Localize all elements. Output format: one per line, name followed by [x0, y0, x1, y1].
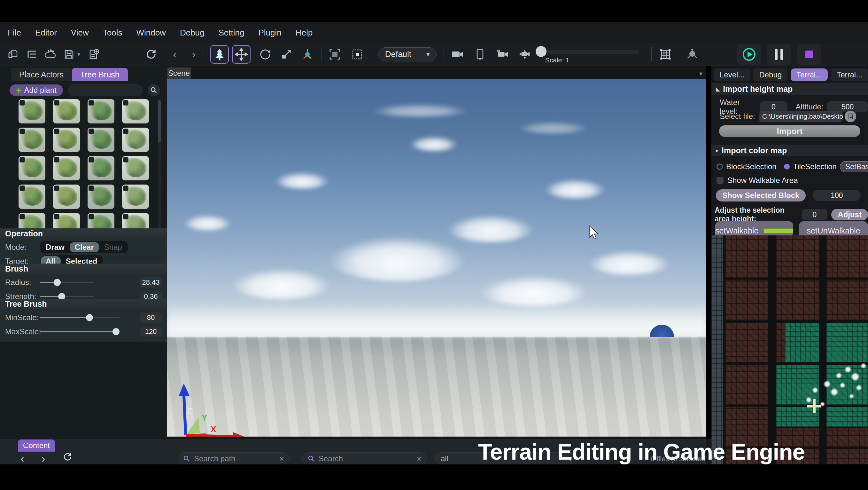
plant-thumbnail[interactable] [122, 156, 149, 180]
tab-debug[interactable]: Debug [753, 68, 787, 81]
menu-file[interactable]: File [8, 28, 21, 38]
gizmo-tool-icon[interactable] [301, 48, 314, 61]
save-caret-icon[interactable]: ▾ [78, 51, 80, 58]
phone-icon[interactable] [474, 48, 487, 61]
plant-checkbox[interactable] [123, 128, 128, 134]
plant-thumbnail[interactable] [88, 184, 115, 209]
minimap-block-green[interactable] [827, 323, 868, 363]
play-button[interactable] [737, 44, 761, 65]
plant-checkbox[interactable] [123, 185, 128, 191]
camera-icon[interactable] [451, 48, 464, 61]
scene-canvas[interactable]: Z X Y [167, 79, 706, 437]
plant-checkbox[interactable] [89, 185, 94, 191]
scale-slider-track[interactable] [543, 50, 639, 54]
plant-thumbnail[interactable] [53, 156, 80, 180]
plant-checkbox[interactable] [89, 128, 94, 134]
viewport-options-icon[interactable]: ▾ [699, 70, 703, 78]
minimap-block-brown[interactable] [725, 323, 768, 363]
nav-back-icon[interactable]: ‹ [21, 452, 24, 465]
search-input[interactable]: Search × [302, 452, 427, 465]
minimap-block-brown[interactable] [725, 365, 768, 405]
minimap-block-brown[interactable] [827, 235, 868, 278]
minimap-block-brown[interactable] [725, 281, 768, 320]
plant-checkbox[interactable] [89, 214, 94, 220]
plant-thumbnail[interactable] [88, 156, 115, 180]
scene-viewport[interactable]: Scene ▾ Z [167, 66, 706, 439]
plant-thumbnail[interactable] [88, 127, 115, 152]
save-icon[interactable] [63, 48, 75, 61]
menu-setting[interactable]: Setting [219, 28, 245, 38]
tab-tree-brush[interactable]: Tree Brush [72, 68, 128, 81]
clear-search-icon[interactable]: × [279, 454, 284, 464]
plant-thumbnail[interactable] [19, 156, 45, 180]
file-path-input[interactable]: C:\Users\linjing.bao\Desktop\hei [759, 111, 843, 122]
menu-debug[interactable]: Debug [180, 28, 205, 38]
mode-dropdown[interactable]: Default ▾ [378, 47, 437, 61]
show-walkable-label[interactable]: Show Walkable Area [727, 176, 798, 185]
block-selection-label[interactable]: BlockSelection [726, 162, 776, 171]
plant-thumbnail[interactable] [19, 184, 45, 209]
cinema-camera-icon[interactable] [496, 48, 509, 61]
stop-button[interactable] [797, 44, 822, 65]
adjust-button[interactable]: Adjust [831, 209, 868, 220]
minimap-block-brown[interactable] [776, 323, 785, 363]
outline-list-icon[interactable] [26, 48, 38, 61]
rotate-tool-icon[interactable] [259, 48, 272, 61]
plant-thumbnail[interactable] [122, 213, 149, 230]
plant-checkbox[interactable] [20, 157, 25, 163]
scale-tool-icon[interactable] [280, 48, 293, 61]
adjust-height-input[interactable]: 0 [802, 209, 828, 220]
minimap-block-brown[interactable] [827, 281, 868, 320]
plant-checkbox[interactable] [54, 100, 59, 106]
import-color-map-header[interactable]: ▸ Import color map [711, 145, 868, 156]
grid-icon[interactable] [659, 48, 672, 61]
clear-search-icon[interactable]: × [417, 454, 422, 464]
maxscale-slider[interactable] [40, 328, 120, 336]
nav-refresh-icon[interactable] [63, 452, 72, 464]
minimap-block-grey[interactable] [711, 235, 723, 464]
radius-slider-knob[interactable] [54, 279, 61, 286]
tab-level[interactable]: Level... [714, 68, 750, 81]
minimap-block-brown[interactable] [776, 281, 819, 320]
plant-checkbox[interactable] [123, 214, 128, 220]
plant-thumbnail[interactable] [53, 99, 80, 123]
plant-checkbox[interactable] [123, 100, 128, 106]
add-plant-button[interactable]: + Add plant [9, 84, 63, 96]
minimap[interactable] [711, 235, 868, 464]
mode-clear-button[interactable]: Clear [70, 242, 99, 252]
plant-checkbox[interactable] [54, 128, 59, 134]
plant-thumbnail[interactable] [53, 184, 80, 209]
open-file-icon[interactable] [7, 48, 20, 61]
minimap-block-brown[interactable] [725, 235, 768, 278]
tile-selection-label[interactable]: TileSelection [793, 162, 837, 171]
plant-checkbox[interactable] [54, 185, 59, 191]
plant-search-button[interactable] [148, 84, 160, 96]
tab-place-actors[interactable]: Place Actors [11, 68, 72, 81]
menu-window[interactable]: Window [136, 28, 165, 38]
plant-search-input[interactable] [68, 84, 143, 96]
view-scale-slider[interactable]: Scale: 1 [536, 45, 644, 64]
plant-thumbnail[interactable] [122, 99, 149, 123]
minimap-block-brown[interactable] [776, 235, 819, 278]
history-back-icon[interactable]: ‹ [173, 48, 177, 60]
radius-slider[interactable] [40, 279, 94, 286]
mode-snap-button[interactable]: Snap [99, 242, 127, 252]
plant-checkbox[interactable] [89, 100, 94, 106]
tab-content[interactable]: Content [18, 439, 55, 452]
menu-view[interactable]: View [71, 28, 89, 38]
terrain-axis-icon[interactable] [686, 48, 699, 61]
nav-forward-icon[interactable]: › [41, 452, 45, 465]
scale-slider-knob[interactable] [536, 46, 547, 57]
import-height-map-header[interactable]: ◣ Import height map [711, 83, 868, 95]
menu-tools[interactable]: Tools [103, 28, 122, 38]
plant-thumbnail[interactable] [122, 184, 149, 209]
menu-help[interactable]: Help [296, 28, 313, 38]
plant-checkbox[interactable] [20, 100, 25, 106]
plant-checkbox[interactable] [89, 157, 94, 163]
minscale-value[interactable]: 80 [140, 313, 162, 323]
import-button[interactable]: Import [719, 125, 860, 137]
plant-thumbnail[interactable] [19, 99, 45, 123]
tree-brush-tool-button[interactable] [210, 45, 229, 64]
plant-checkbox[interactable] [54, 157, 59, 163]
plant-checkbox[interactable] [20, 214, 25, 220]
